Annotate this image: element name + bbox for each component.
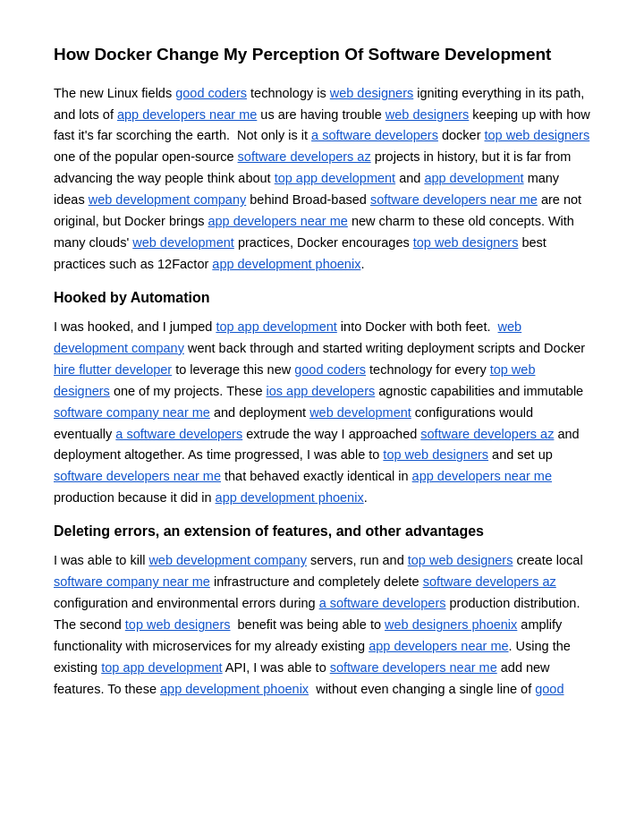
link-app-dev-phoenix-1[interactable]: app development phoenix (212, 257, 360, 271)
link-top-app-dev-1[interactable]: top app development (275, 171, 395, 185)
link-app-dev-near-me-1[interactable]: app developers near me (117, 107, 257, 122)
link-software-developers-2[interactable]: a software developers (115, 427, 242, 441)
section1-paragraph: I was hooked, and I jumped top app devel… (54, 317, 590, 509)
link-app-dev-phoenix-2[interactable]: app development phoenix (216, 490, 364, 505)
page-container: How Docker Change My Perception Of Softw… (0, 0, 644, 833)
section2-paragraph: I was able to kill web development compa… (54, 550, 590, 700)
link-good-coders-1[interactable]: good coders (175, 86, 247, 100)
link-app-dev-near-me-4[interactable]: app developers near me (369, 639, 508, 653)
link-app-dev-near-me-2[interactable]: app developers near me (208, 214, 347, 228)
link-software-dev-near-me-2[interactable]: software developers near me (54, 469, 221, 483)
link-web-dev-company-3[interactable]: web development company (148, 553, 307, 567)
link-app-dev-near-me-3[interactable]: app developers near me (412, 469, 552, 483)
link-software-developers-1[interactable]: a software developers (311, 128, 438, 142)
link-app-dev-1[interactable]: app development (424, 171, 523, 185)
link-web-dev-1[interactable]: web development (132, 235, 234, 250)
link-top-app-dev-3[interactable]: top app development (101, 660, 222, 675)
link-software-developers-3[interactable]: a software developers (319, 596, 446, 610)
link-good-coders-2[interactable]: good coders (294, 362, 366, 377)
link-top-web-designers-6[interactable]: top web designers (125, 617, 231, 632)
link-software-developers-az-1[interactable]: software developers az (238, 149, 371, 164)
link-top-web-designers-2[interactable]: top web designers (413, 235, 519, 250)
link-app-dev-phoenix-3[interactable]: app development phoenix (160, 682, 309, 696)
link-software-dev-near-me-3[interactable]: software developers near me (330, 660, 497, 675)
link-software-dev-az-3[interactable]: software developers az (423, 574, 556, 589)
link-software-dev-near-me-1[interactable]: software developers near me (370, 192, 538, 207)
article-body: The new Linux fields good coders technol… (54, 83, 590, 701)
link-software-company-near-me-1[interactable]: software company near me (54, 405, 210, 420)
link-good[interactable]: good (535, 682, 564, 696)
link-hire-flutter-dev[interactable]: hire flutter developer (54, 362, 172, 377)
link-web-dev-company-1[interactable]: web development company (89, 192, 247, 207)
link-web-designers-1[interactable]: web designers (330, 86, 414, 100)
link-software-dev-az-2[interactable]: software developers az (420, 427, 554, 441)
section1-heading: Hooked by Automation (54, 290, 590, 306)
link-top-app-dev-2[interactable]: top app development (216, 319, 336, 334)
link-web-dev-2[interactable]: web development (309, 405, 411, 420)
link-web-designers-phoenix[interactable]: web designers phoenix (385, 617, 517, 632)
link-top-web-designers-1[interactable]: top web designers (485, 128, 590, 142)
link-web-designers-2[interactable]: web designers (386, 107, 470, 122)
link-software-company-near-me-2[interactable]: software company near me (54, 574, 210, 589)
section2-heading: Deleting errors, an extension of feature… (54, 523, 590, 540)
link-ios-app-devs[interactable]: ios app developers (267, 384, 376, 398)
link-top-web-designers-4[interactable]: top web designers (383, 447, 488, 462)
article-title: How Docker Change My Perception Of Softw… (54, 43, 590, 67)
intro-paragraph: The new Linux fields good coders technol… (54, 83, 590, 276)
link-top-web-designers-5[interactable]: top web designers (408, 553, 513, 567)
